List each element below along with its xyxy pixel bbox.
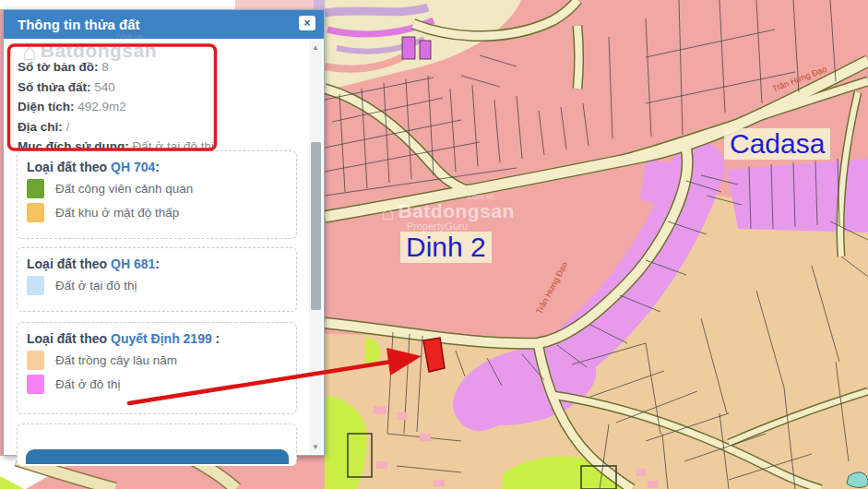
close-button[interactable]: × (299, 16, 315, 30)
panel-bottom-button[interactable] (26, 449, 289, 464)
info-row: Địa chỉ: / (18, 117, 214, 137)
parcel-info: Số tờ bản đồ: 8 Số thửa đất: 540 Diện tí… (18, 57, 214, 157)
qh681-link[interactable]: QH 681 (111, 256, 155, 271)
section-title: Loại đất theo Quyết Định 2199 : (27, 331, 296, 346)
land-map-app: Cadasa Dinh 2 Trần Hưng Đạo Trần Hưng Đạ… (0, 0, 868, 489)
legend-swatch (27, 351, 44, 370)
qd2199-link[interactable]: Quyết Định 2199 (111, 331, 212, 346)
parcel-info-panel: Thông tin thửa đất × Số tờ bản đồ: 8 Số … (3, 9, 325, 456)
legend-item: Đất công viên cảnh quan (27, 179, 296, 198)
info-row: Số thửa đất: 540 (18, 78, 214, 98)
legend-item: Đất khu ở mật độ thấp (27, 203, 296, 222)
section-qd2199: Loại đất theo Quyết Định 2199 : Đất trồn… (17, 322, 297, 414)
scrollbar-thumb[interactable] (311, 142, 321, 310)
map-label-dinh2: Dinh 2 (400, 232, 492, 263)
section-title: Loại đất theo QH 681: (27, 256, 296, 271)
legend-swatch (27, 276, 44, 295)
section-qh704: Loại đất theo QH 704: Đất công viên cảnh… (17, 150, 297, 239)
info-row: Diện tích: 492.9m2 (18, 97, 214, 117)
scroll-down-icon[interactable]: ▼ (309, 441, 322, 453)
legend-item: Đất ở đô thị (27, 375, 296, 394)
map-label-cadasa: Cadasa (724, 128, 830, 160)
scroll-up-icon[interactable]: ▲ (309, 42, 322, 54)
panel-header: Thông tin thửa đất × (4, 10, 324, 39)
legend-swatch (27, 179, 44, 198)
legend-item: Đất ở tại đô thị (27, 276, 296, 295)
section-title: Loại đất theo QH 704: (27, 160, 296, 174)
legend-swatch (27, 203, 44, 222)
legend-item: Đất trồng cây lâu năm (27, 351, 296, 370)
qh704-link[interactable]: QH 704 (111, 160, 155, 174)
info-row: Số tờ bản đồ: 8 (18, 57, 214, 78)
section-qh681: Loại đất theo QH 681: Đất ở tại đô thị (17, 247, 297, 312)
panel-scrollbar[interactable]: ▲ ▼ (309, 41, 322, 454)
legend-swatch (27, 375, 44, 394)
panel-title: Thông tin thửa đất (18, 10, 140, 39)
